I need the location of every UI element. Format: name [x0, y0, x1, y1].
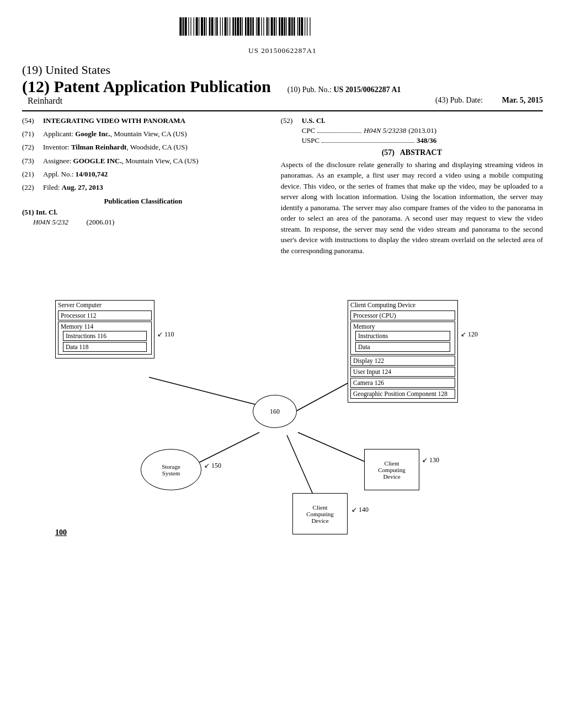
svg-rect-21 — [234, 17, 236, 35]
field-73-num: (73) — [22, 156, 43, 166]
storage-system-text: System — [162, 470, 180, 477]
publication-number: US 20150062287A1 — [0, 46, 565, 55]
pub-info: (10) Pub. No.: US 2015/0062287 A1 — [287, 85, 401, 94]
field-54-label: INTEGRATING VIDEO WITH PANORAMA — [43, 116, 185, 126]
svg-rect-44 — [294, 17, 295, 35]
main-content: (54) INTEGRATING VIDEO WITH PANORAMA (71… — [0, 116, 565, 256]
client-camera: Camera 126 — [350, 378, 455, 388]
field-54-num: (54) — [22, 116, 43, 126]
svg-rect-28 — [252, 17, 254, 35]
svg-rect-42 — [289, 17, 291, 35]
int-cl-row: (51) Int. Cl. — [22, 208, 264, 217]
field-72-num: (72) — [22, 142, 43, 152]
svg-rect-12 — [211, 17, 214, 35]
svg-rect-14 — [216, 17, 218, 35]
svg-rect-24 — [242, 17, 243, 35]
svg-rect-46 — [299, 17, 300, 35]
field-22: (22) Filed: Aug. 27, 2013 — [22, 183, 264, 192]
server-instructions: Instructions 116 — [63, 331, 147, 341]
field-21-num: (21) — [22, 169, 43, 179]
pub-classification-title: Publication Classification — [22, 197, 264, 206]
field-71-num: (71) — [22, 129, 43, 139]
barcode-area: US 20150062287A1 — [0, 0, 565, 57]
svg-rect-36 — [274, 17, 275, 35]
client-box-120-title: Client Computing Device — [348, 301, 457, 309]
field-73-value: Assignee: GOOGLE INC., Mountain View, CA… — [43, 156, 199, 166]
abstract-title: (57) ABSTRACT — [281, 148, 543, 157]
svg-rect-3 — [188, 17, 189, 35]
label-110: ↙ 110 — [157, 330, 174, 339]
client-140-title: ClientComputingDevice — [306, 504, 334, 524]
server-memory: Memory 114 Instructions 116 Data 118 — [58, 322, 152, 355]
svg-rect-39 — [281, 17, 283, 35]
patent-type-label: (12) Patent Application Publication — [22, 77, 271, 96]
svg-rect-18 — [227, 17, 228, 35]
field-72: (72) Inventor: Tilman Reinhardt, Woodsid… — [22, 142, 264, 152]
patent-type-row: (12) Patent Application Publication (10)… — [22, 77, 543, 96]
field-22-num: (22) — [22, 183, 43, 192]
cpc-content: U.S. Cl. CPC H04N 5/23238 (2013.01) USPC… — [302, 116, 436, 146]
client-140-box: ClientComputingDevice — [292, 493, 348, 534]
svg-rect-9 — [204, 17, 205, 35]
server-box-title: Server Computer — [56, 301, 154, 309]
inventor-pubdate-row: Reinhardt (43) Pub. Date: Mar. 5, 2015 — [22, 96, 543, 106]
diagram-area: Server Computer Processor 112 Memory 114… — [0, 256, 565, 554]
us-cl-title: U.S. Cl. — [302, 116, 436, 126]
svg-rect-38 — [279, 17, 280, 35]
country-label: (19) United States — [22, 63, 543, 77]
field-72-value: Inventor: Tilman Reinhardt, Woodside, CA… — [43, 142, 188, 152]
svg-rect-40 — [284, 17, 286, 35]
right-column: (52) U.S. Cl. CPC H04N 5/23238 (2013.01)… — [281, 116, 543, 256]
barcode-image — [172, 10, 393, 43]
svg-rect-5 — [194, 17, 194, 35]
svg-line-51 — [149, 377, 268, 408]
pub-date-row: (43) Pub. Date: Mar. 5, 2015 — [435, 96, 543, 106]
int-cl-class: H04N 5/232 (2006.01) — [33, 218, 264, 227]
svg-rect-31 — [261, 17, 262, 35]
field-71: (71) Applicant: Google Inc., Mountain Vi… — [22, 129, 264, 139]
storage-title: Storage — [162, 463, 180, 470]
svg-rect-41 — [286, 17, 287, 35]
field-22-value: Filed: Aug. 27, 2013 — [43, 183, 103, 192]
client-data: Data — [355, 342, 450, 352]
header-divider — [22, 110, 543, 111]
field-54: (54) INTEGRATING VIDEO WITH PANORAMA — [22, 116, 264, 126]
svg-rect-7 — [199, 17, 199, 35]
svg-rect-1 — [183, 17, 184, 35]
svg-rect-34 — [269, 17, 269, 35]
svg-rect-11 — [209, 17, 211, 35]
svg-rect-32 — [263, 17, 264, 35]
cpc-dots — [317, 132, 361, 133]
diagram-container: Server Computer Processor 112 Memory 114… — [22, 267, 541, 543]
svg-rect-6 — [196, 17, 198, 35]
svg-rect-8 — [201, 17, 203, 35]
client-geo: Geographic Position Component 128 — [350, 389, 455, 399]
left-column: (54) INTEGRATING VIDEO WITH PANORAMA (71… — [22, 116, 264, 256]
pub-date-value: Mar. 5, 2015 — [502, 96, 543, 104]
svg-rect-26 — [247, 17, 249, 35]
cpc-row: CPC H04N 5/23238 (2013.01) — [302, 126, 436, 136]
uspc-dots — [322, 142, 414, 143]
server-computer-box: Server Computer Processor 112 Memory 114… — [55, 300, 154, 358]
uspc-type: USPC — [302, 136, 320, 146]
svg-rect-4 — [190, 17, 191, 35]
cpc-type: CPC — [302, 126, 316, 136]
svg-rect-33 — [266, 17, 268, 35]
svg-rect-23 — [240, 17, 242, 35]
label-100: 100 — [55, 528, 67, 537]
client-processor: Processor (CPU) — [350, 311, 455, 320]
svg-rect-48 — [305, 17, 305, 35]
client-130-title: ClientComputingDevice — [378, 460, 406, 480]
server-processor: Processor 112 — [58, 311, 152, 320]
svg-rect-13 — [215, 17, 215, 35]
client-130-box: ClientComputingDevice — [364, 449, 419, 490]
svg-rect-25 — [245, 17, 247, 35]
title-block: (19) United States (12) Patent Applicati… — [0, 57, 565, 106]
network-node-label: 160 — [270, 408, 280, 416]
svg-rect-43 — [291, 17, 293, 35]
client-display: Display 122 — [350, 356, 455, 366]
svg-rect-29 — [256, 17, 257, 35]
uspc-value: 348/36 — [417, 136, 436, 146]
client-instructions: Instructions — [355, 331, 450, 341]
field-21-value: Appl. No.: 14/010,742 — [43, 169, 108, 179]
